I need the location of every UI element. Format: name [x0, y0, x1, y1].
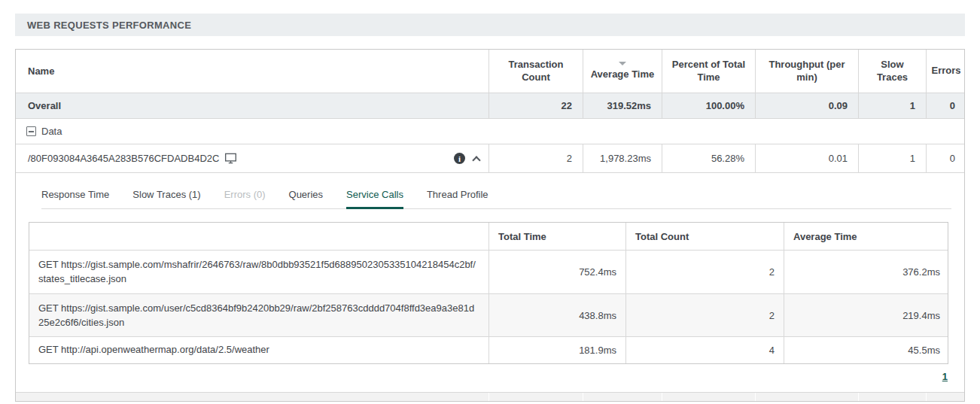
service-call-name: GET https://gist.sample.com/user/c5cd836…: [29, 294, 488, 337]
overall-transaction-count: 22: [488, 93, 583, 118]
column-header-slow-traces[interactable]: Slow Traces: [858, 50, 926, 93]
monitor-icon[interactable]: [224, 153, 237, 164]
tab-errors: Errors (0): [224, 189, 266, 209]
service-call-total-count: 2: [625, 294, 784, 337]
section-title: WEB REQUESTS PERFORMANCE: [27, 20, 191, 31]
service-calls-table: Total Time Total Count Average Time GET …: [29, 222, 948, 364]
overall-row: Overall 22 319.52ms 100.00% 0.09 1 0: [16, 93, 964, 118]
service-call-total-count: 2: [625, 251, 784, 293]
service-call-total-time: 752.4ms: [488, 251, 625, 293]
service-calls-header-total-time: Total Time: [488, 223, 625, 250]
info-icon[interactable]: i: [454, 153, 465, 164]
column-header-transaction-count[interactable]: Transaction Count: [488, 50, 583, 93]
service-calls-header-row: Total Time Total Count Average Time: [29, 223, 948, 250]
column-header-average-time[interactable]: Average Time: [583, 50, 662, 93]
column-header-percent-of-total-time[interactable]: Percent of Total Time: [662, 50, 755, 93]
column-header-name[interactable]: Name: [16, 50, 488, 93]
transactions-table: Name Transaction Count Average Time Perc…: [15, 49, 965, 402]
pagination: 1: [16, 364, 964, 382]
transaction-detail-panel: Response Time Slow Traces (1) Errors (0)…: [16, 172, 964, 392]
web-requests-performance-section: WEB REQUESTS PERFORMANCE Name Transactio…: [0, 0, 980, 402]
service-call-row: GET http://api.openweathermap.org/data/2…: [29, 336, 948, 363]
average-time-cell: 1,978.23ms: [583, 144, 662, 172]
page-number-link[interactable]: 1: [942, 371, 948, 382]
service-call-total-count: 4: [625, 337, 784, 363]
collapse-toggle-icon[interactable]: [26, 126, 36, 136]
transaction-name: /80F093084A3645A283B576CFDADB4D2C: [28, 153, 219, 164]
service-call-average-time: 376.2ms: [784, 251, 949, 293]
tab-slow-traces[interactable]: Slow Traces (1): [132, 189, 200, 209]
service-call-total-time: 181.9ms: [488, 337, 625, 363]
table-header-row: Name Transaction Count Average Time Perc…: [16, 50, 964, 93]
service-calls-header-average-time: Average Time: [784, 223, 949, 250]
sort-descending-icon: [619, 62, 626, 65]
service-calls-header-empty: [29, 223, 488, 250]
service-call-average-time: 219.4ms: [784, 294, 949, 337]
tab-thread-profile[interactable]: Thread Profile: [427, 189, 488, 209]
column-header-errors[interactable]: Errors: [926, 50, 966, 93]
service-call-total-time: 438.8ms: [488, 294, 625, 337]
detail-tabs: Response Time Slow Traces (1) Errors (0)…: [41, 189, 951, 209]
transaction-count-cell: 2: [488, 144, 583, 172]
service-call-row: GET https://gist.sample.com/mshafrir/264…: [29, 250, 948, 293]
slow-traces-cell: 1: [858, 144, 926, 172]
group-row-data[interactable]: Data: [16, 118, 964, 144]
service-call-average-time: 45.5ms: [784, 337, 949, 363]
overall-throughput: 0.09: [755, 93, 858, 118]
overall-slow-traces: 1: [858, 93, 926, 118]
partial-next-row: [16, 392, 964, 401]
transaction-row[interactable]: /80F093084A3645A283B576CFDADB4D2C i 2 1,…: [16, 144, 964, 172]
tab-response-time[interactable]: Response Time: [41, 189, 109, 209]
overall-average-time: 319.52ms: [583, 93, 662, 118]
tab-queries[interactable]: Queries: [289, 189, 324, 209]
tab-service-calls[interactable]: Service Calls: [346, 189, 403, 209]
overall-errors: 0: [926, 93, 966, 118]
service-call-name: GET https://gist.sample.com/mshafrir/264…: [29, 251, 488, 293]
throughput-cell: 0.01: [755, 144, 858, 172]
transaction-name-cell[interactable]: /80F093084A3645A283B576CFDADB4D2C i: [16, 144, 488, 172]
overall-percent-of-total-time: 100.00%: [662, 93, 755, 118]
service-call-name: GET http://api.openweathermap.org/data/2…: [29, 337, 488, 363]
errors-cell: 0: [926, 144, 966, 172]
section-header: WEB REQUESTS PERFORMANCE: [15, 14, 965, 36]
overall-name: Overall: [16, 93, 488, 118]
column-header-throughput[interactable]: Throughput (per min): [755, 50, 858, 93]
group-label: Data: [41, 126, 62, 137]
service-call-row: GET https://gist.sample.com/user/c5cd836…: [29, 293, 948, 337]
service-calls-header-total-count: Total Count: [625, 223, 784, 250]
chevron-up-icon[interactable]: [472, 156, 480, 164]
percent-of-total-time-cell: 56.28%: [662, 144, 755, 172]
